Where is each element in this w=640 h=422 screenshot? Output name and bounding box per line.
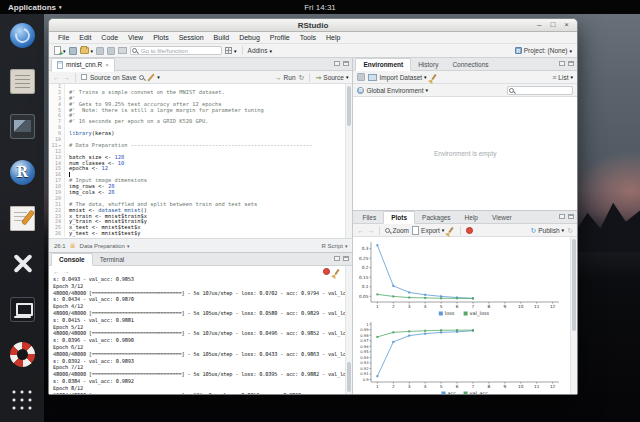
menu-session[interactable]: Session [174,34,209,41]
files-tab-help[interactable]: Help [458,212,485,223]
clear-all-plots-icon[interactable] [466,227,473,234]
new-project-button[interactable] [69,47,77,55]
import-dataset-button[interactable]: Import Dataset▾ [368,74,426,81]
pane-window-buttons[interactable] [334,61,349,66]
stop-icon[interactable] [323,268,330,275]
remove-plot-broom-icon[interactable] [449,227,454,233]
dock-screenshot-icon[interactable] [8,113,36,141]
menu-profile[interactable]: Profile [265,34,295,41]
print-button[interactable] [118,47,127,54]
plots-scrollbar[interactable] [570,237,577,394]
refresh-icon[interactable]: ↻ [567,227,573,234]
menu-file[interactable]: File [53,34,74,41]
menu-view[interactable]: View [123,34,148,41]
source-button[interactable]: ⇒Source▾ [315,74,348,81]
files-tab-packages[interactable]: Packages [415,212,458,223]
pane-window-buttons[interactable] [559,214,574,219]
menu-plots[interactable]: Plots [148,34,174,41]
menu-code[interactable]: Code [96,34,123,41]
find-replace-icon[interactable] [139,75,144,80]
source-on-save-checkbox[interactable] [81,74,87,80]
code-editor[interactable]: 12#' Trains a simple convnet on the MNIS… [49,84,352,238]
console-line: Epoch 6/12 [53,344,342,351]
titlebar[interactable]: RStudio – □ × [49,19,577,32]
section-navigator[interactable]: Data Preparation▾ [80,243,130,249]
plot-area[interactable]: 1234567891011120.050.10.150.20.250.3loss… [353,237,577,394]
next-plot-icon[interactable]: → [367,227,374,234]
console-output[interactable]: ← → s: 0.0493 - val_acc: 0.9853Epoch 3/1… [49,266,352,394]
svg-text:0.2: 0.2 [362,265,369,270]
dock-tools-icon[interactable] [8,250,36,278]
dock-text-editor-icon[interactable] [8,204,36,232]
environment-tab-connections[interactable]: Connections [445,59,495,70]
workspace-panes-button[interactable]: ▾ [225,47,237,54]
scope-selector[interactable]: RGlobal Environment▾ [357,87,428,94]
console-line: Epoch 7/12 [53,364,342,371]
console-tab-console[interactable]: Console [51,253,93,266]
dock-show-applications-icon[interactable] [8,387,36,415]
publish-button[interactable]: ↻Publish▾ [530,227,564,234]
forward-icon[interactable]: → [63,74,70,81]
dock-display-icon[interactable] [8,295,36,323]
clear-console-broom-icon[interactable] [335,268,340,274]
console-line: Epoch 5/12 [53,324,342,331]
clock[interactable]: Fri 14:31 [0,3,640,12]
source-tab-mnist-cnn[interactable]: mnist_cnn.R × [51,58,115,72]
rerun-icon[interactable]: ↻ [299,74,305,81]
list-view-button[interactable]: ≡List▾ [552,74,573,81]
applications-menu[interactable]: Applications ▾ [0,3,70,12]
menu-edit[interactable]: Edit [74,34,96,41]
source-on-save-label: Source on Save [90,74,136,81]
console-back-icon[interactable]: ← [53,268,60,275]
goto-file-input[interactable] [130,46,222,55]
plots-tabstrip: FilesPlotsPackagesHelpViewer [353,211,577,224]
files-tab-viewer[interactable]: Viewer [485,212,519,223]
project-menu-button[interactable]: RProject: (None)▾ [515,47,572,54]
close-icon[interactable]: × [564,21,569,29]
environment-tab-environment[interactable]: Environment [355,58,411,71]
console-line: 48000/48000 [===========================… [53,310,342,317]
console-tab-terminal[interactable]: Terminal [93,254,132,265]
save-all-button[interactable] [107,47,115,55]
addins-button[interactable]: Addins▾ [248,47,272,54]
save-button[interactable] [96,47,104,55]
desktop: Applications ▾ Fri 14:31 RStudio – □ × F… [0,0,640,422]
environment-search [507,86,573,95]
source-icon: ⇒ [315,74,321,81]
svg-text:10: 10 [518,384,524,389]
previous-plot-icon[interactable]: ← [357,227,364,234]
export-plot-button[interactable]: Export▾ [412,226,444,235]
save-workspace-icon[interactable] [357,73,365,81]
menu-debug[interactable]: Debug [234,34,265,41]
zoom-plot-button[interactable]: Zoom [385,227,409,234]
files-tab-files[interactable]: Files [355,212,383,223]
new-file-button[interactable]: ▾ [54,46,66,55]
environment-search-input[interactable] [507,86,573,95]
dock-r-logo-icon[interactable] [8,159,36,187]
chevron-down-icon: ▾ [234,48,237,54]
console-forward-icon[interactable]: → [63,268,70,275]
back-icon[interactable]: ← [53,74,60,81]
file-type-selector[interactable]: R Script▾ [322,243,348,249]
minimize-icon[interactable]: – [537,21,541,29]
menu-tools[interactable]: Tools [295,34,321,41]
maximize-icon[interactable]: □ [550,21,555,29]
pane-window-buttons[interactable] [559,61,574,66]
tab-close-icon[interactable]: × [105,62,109,68]
run-button[interactable]: →Run [275,74,296,81]
dock-browser-icon[interactable] [8,22,36,50]
environment-tabstrip: EnvironmentHistoryConnections [353,58,577,71]
menu-build[interactable]: Build [209,34,235,41]
dock-files-archive-icon[interactable] [8,68,36,96]
dock-help-lifebuoy-icon[interactable] [8,341,36,369]
open-file-button[interactable]: ▾ [80,47,94,54]
section-icon: ≣ [70,242,76,250]
console-scrollbar[interactable] [345,266,352,394]
pane-window-buttons[interactable] [334,256,349,261]
editor-scrollbar[interactable] [345,84,352,238]
code-tools-button[interactable]: ▾ [147,73,160,81]
environment-tab-history[interactable]: History [411,59,445,70]
clear-environment-broom-icon[interactable] [431,74,436,80]
menu-help[interactable]: Help [321,34,345,41]
files-tab-plots[interactable]: Plots [383,211,415,224]
